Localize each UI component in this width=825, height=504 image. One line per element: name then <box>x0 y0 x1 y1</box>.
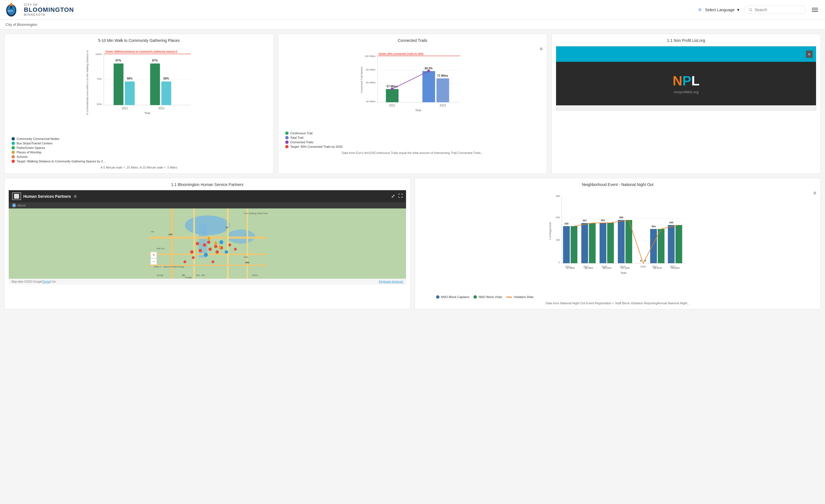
npl-logo-area: NPL nonprofitlist.org <box>556 62 816 105</box>
top-card-row: 5-10 Min Walk to Community Gathering Pla… <box>4 34 821 174</box>
legend-label: NNO Block Visits <box>478 295 502 299</box>
svg-rect-20 <box>125 81 135 105</box>
map-subheader: i About <box>9 202 406 208</box>
logo-area: CITY CITY OF BLOOMINGTON MINNESOTA <box>6 2 74 17</box>
svg-text:75%: 75% <box>97 78 102 80</box>
svg-text:% of Residential Area within 5: % of Residential Area within 5-10 Min Wa… <box>86 50 89 115</box>
svg-text:2019: 2019 <box>620 265 625 268</box>
keyboard-shortcuts[interactable]: Keyboard shortcuts <box>379 280 403 283</box>
npl-n-letter: N <box>673 73 683 88</box>
svg-rect-113 <box>571 226 577 263</box>
svg-text:Wilkie U... National Wildlife : Wilkie U... National Wildlife Refuge <box>154 266 184 268</box>
svg-text:2020: 2020 <box>640 265 646 268</box>
svg-point-77 <box>203 243 206 247</box>
nno-footnote: Data from National Night Out Event Regis… <box>419 302 817 305</box>
search-input[interactable] <box>754 8 802 12</box>
legend-item: Continuous Trail <box>285 132 543 135</box>
svg-text:13: 13 <box>182 274 184 276</box>
map-header-icon-frame: ⬜ <box>12 192 21 200</box>
legend-item: Community Commercial Nodes <box>11 137 269 141</box>
legend-dot <box>11 142 15 145</box>
svg-text:2018: 2018 <box>601 265 607 268</box>
svg-point-95 <box>204 253 208 257</box>
svg-text:Google: Google <box>185 276 192 279</box>
svg-text:60 Miles: 60 Miles <box>366 81 375 84</box>
about-label[interactable]: About <box>17 204 25 207</box>
svg-rect-43 <box>422 71 435 102</box>
svg-text:+: + <box>153 253 155 257</box>
svg-rect-23 <box>150 64 160 105</box>
svg-rect-136 <box>658 229 664 263</box>
walking-distance-card: 5-10 Min Walk to Community Gathering Pla… <box>4 34 274 174</box>
svg-rect-56 <box>148 237 267 239</box>
connected-trails-chart: ≡ Connected Trail Metrics Target: 90% Co… <box>282 46 543 155</box>
nno-chart-menu-icon[interactable]: ≡ <box>813 190 816 196</box>
legend-dot <box>436 295 440 299</box>
svg-text:0: 0 <box>558 261 560 264</box>
nno-chart-svg: # of Registrants 600 400 200 0 <box>419 190 817 291</box>
map-header-icons: ⤢ ⛶ <box>391 193 403 199</box>
svg-rect-58 <box>171 208 173 279</box>
svg-text:2023: 2023 <box>440 104 446 107</box>
svg-text:40 Miles: 40 Miles <box>366 100 375 103</box>
svg-rect-122 <box>599 223 606 263</box>
legend-label: Schools <box>17 155 27 158</box>
nno-card: Neighborhood Event - National Night Out … <box>415 178 821 309</box>
svg-text:2021: 2021 <box>652 265 658 268</box>
main-content: 5-10 Min Walk to Community Gathering Pla… <box>0 29 825 314</box>
svg-point-86 <box>192 256 195 259</box>
select-language-button[interactable]: G Select Language ▼ <box>698 7 740 13</box>
header: CITY CITY OF BLOOMINGTON MINNESOTA G Sel… <box>0 0 825 20</box>
human-services-card: 1.1 Bloomington Human Service Partners ⬜… <box>4 178 410 309</box>
walking-legend: Community Commercial Nodes Bus Stops/Tra… <box>11 137 269 163</box>
connected-trails-card: Connected Trails ≡ Connected Trail Metri… <box>278 34 547 174</box>
svg-text:Eag...: Eag... <box>244 256 250 258</box>
dropdown-arrow: ▼ <box>736 8 740 12</box>
npl-menu-button[interactable]: ≡ <box>806 51 813 58</box>
terms-link[interactable]: Terms <box>42 280 50 283</box>
svg-text:385: 385 <box>619 216 623 219</box>
svg-rect-55 <box>199 224 207 258</box>
legend-item: Bus Stops/Transit Centers <box>11 142 269 145</box>
svg-text:400: 400 <box>555 216 560 219</box>
legend-label: Total Trail <box>290 136 303 139</box>
expand-icon[interactable]: ⛶ <box>398 193 403 199</box>
svg-point-85 <box>190 250 194 254</box>
hamburger-menu-button[interactable] <box>810 6 819 13</box>
search-box[interactable] <box>744 6 806 14</box>
svg-text:2022: 2022 <box>670 265 675 268</box>
npl-logo-text: NPL <box>673 73 700 88</box>
legend-item: NNO Block Captains <box>436 295 469 299</box>
svg-point-81 <box>199 249 202 252</box>
svg-point-87 <box>228 244 231 246</box>
svg-text:Mall of A...: Mall of A... <box>157 248 166 249</box>
legend-dot <box>285 145 289 148</box>
svg-text:irie: irie <box>151 230 154 233</box>
svg-rect-123 <box>607 223 614 263</box>
nno-chart: ≡ # of Registrants 600 400 200 0 <box>419 190 817 305</box>
svg-text:2016: 2016 <box>565 265 571 268</box>
search-icon <box>749 8 752 12</box>
legend-dot <box>285 136 289 139</box>
svg-point-78 <box>209 248 212 251</box>
svg-text:13: 13 <box>226 226 228 229</box>
svg-point-80 <box>207 241 211 244</box>
chart-menu-icon[interactable]: ≡ <box>540 46 543 52</box>
npl-l-letter: L <box>691 73 699 88</box>
svg-text:87%: 87% <box>152 59 158 62</box>
svg-text:100 Miles: 100 Miles <box>364 55 375 58</box>
share-icon[interactable]: ⤢ <box>391 193 395 199</box>
svg-text:169: 169 <box>169 233 172 236</box>
svg-text:−: − <box>153 259 155 263</box>
svg-text:330: 330 <box>564 222 569 225</box>
svg-text:87%: 87% <box>116 59 121 62</box>
svg-text:2022: 2022 <box>389 104 395 107</box>
svg-text:361: 361 <box>601 219 605 222</box>
svg-point-89 <box>183 260 186 263</box>
walking-footnote: A 5 Minute walk = .25 Miles. A 10 Minute… <box>9 166 269 169</box>
npl-embed: ≡ NPL nonprofitlist.org <box>556 46 816 111</box>
svg-text:2021: 2021 <box>122 107 128 110</box>
svg-text:Connected Trail Metrics: Connected Trail Metrics <box>360 66 363 93</box>
svg-text:Year: Year <box>415 108 422 112</box>
svg-point-90 <box>212 260 214 263</box>
